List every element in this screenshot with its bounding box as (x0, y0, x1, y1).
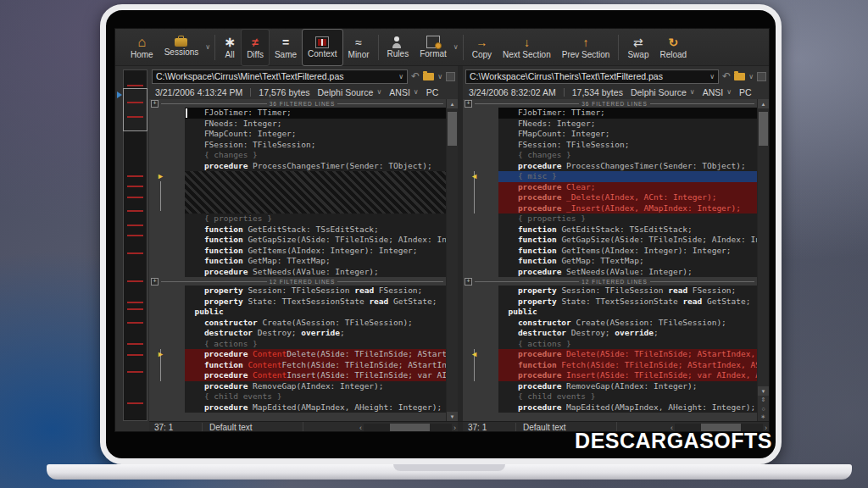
scroll-left-button[interactable]: ‹ (358, 424, 364, 432)
left-vertical-scrollbar[interactable]: ▲ ▼ (446, 99, 458, 421)
left-code-content[interactable]: +36 FILTERED LINES FJobTimer: TTimer; FN… (149, 99, 446, 421)
left-code-pane[interactable]: +36 FILTERED LINES FJobTimer: TTimer; FN… (149, 99, 458, 421)
chevron-down-icon[interactable]: ∨ (205, 43, 210, 51)
scrollbar-extra-icon[interactable]: ○ (761, 404, 765, 413)
code-line-text[interactable]: { misc } (498, 171, 757, 182)
expand-plus-icon[interactable]: + (151, 278, 159, 286)
code-line-text[interactable]: property State: TTextSessionState read G… (185, 297, 446, 308)
undo-icon[interactable]: ↶ (722, 72, 731, 80)
right-path-combo[interactable]: C:\Workspace\Cirrus\Theirs\Text\TextFilt… (465, 69, 719, 84)
code-line-text[interactable]: public (498, 307, 757, 318)
section-arrow-icon[interactable]: ◄ (470, 350, 478, 358)
code-line-text[interactable]: destructor Destroy; override; (185, 328, 446, 339)
code-line-text[interactable]: FSession: TFileSession; (498, 140, 757, 151)
code-line-text[interactable]: function GetMap: TTextMap; (185, 256, 446, 267)
code-line-text[interactable]: procedure MapEdited(AMapIndex, AHeight: … (185, 402, 446, 413)
code-line-text[interactable]: FMapCount: Integer; (498, 129, 757, 140)
scrollbar-track[interactable] (758, 108, 769, 386)
toolbar-button-sessions[interactable]: Sessions (159, 30, 204, 65)
code-line-text[interactable]: procedure _Delete(AIndex, ACnt: Integer)… (498, 192, 757, 203)
right-format-select[interactable]: Delphi Source ∨ (631, 87, 695, 97)
right-encoding-select[interactable]: ANSI ∨ (703, 87, 732, 97)
save-icon[interactable] (757, 72, 766, 81)
toolbar-button-same[interactable]: =Same (270, 30, 302, 65)
code-line-text[interactable]: function GetEditStack: TSsEditStack; (498, 225, 757, 236)
expand-plus-icon[interactable]: + (465, 278, 472, 286)
toolbar-button-all[interactable]: ∗All (219, 30, 241, 65)
code-line-text[interactable]: destructor Destroy; override; (498, 328, 757, 339)
section-arrow-icon[interactable]: ► (157, 350, 164, 358)
left-horizontal-scrollbar[interactable]: ‹ › (358, 422, 458, 432)
expand-plus-icon[interactable]: + (465, 100, 472, 108)
code-line-text[interactable]: property Session: TFileSession read FSes… (185, 286, 446, 297)
code-line-text[interactable]: procedure ProcessChangesTimer(Sender: TO… (498, 161, 757, 172)
scroll-up-button[interactable]: ▲ (758, 99, 769, 108)
code-line-text[interactable]: FJobTimer: TTimer; (185, 108, 446, 119)
scrollbar-extra-icon[interactable]: ⇕ (761, 396, 766, 404)
code-line-text[interactable]: function Fetch(ASide: TFileInSide; AStar… (498, 360, 757, 371)
code-line-text[interactable]: FSession: TFileSession; (185, 140, 446, 151)
code-line-text[interactable]: procedure Delete(ASide: TFileInSide; ASt… (498, 349, 757, 360)
chevron-down-icon[interactable]: ∨ (748, 73, 754, 80)
scroll-down-button[interactable]: ▼ (758, 386, 769, 396)
code-line-text[interactable]: { actions } (185, 339, 446, 350)
chevron-down-icon[interactable]: ∨ (437, 73, 442, 80)
toolbar-button-context[interactable]: Context (303, 30, 342, 65)
code-line-text[interactable]: function GetItems(AIndex: Integer): Inte… (185, 246, 446, 257)
scrollbar-thumb[interactable] (390, 424, 430, 431)
scrollbar-thumb[interactable] (448, 112, 457, 146)
code-line-text[interactable]: procedure _Insert(AIndex, AMapIndex: Int… (498, 203, 757, 214)
undo-icon[interactable]: ↶ (411, 72, 420, 80)
code-line-text[interactable]: property State: TTextSessionState read G… (498, 297, 757, 308)
right-vertical-scrollbar[interactable]: ▲ ▼ ⇕ ○ ∗ (757, 99, 769, 421)
chevron-down-icon[interactable]: ∨ (453, 43, 459, 51)
toolbar-button-format[interactable]: Format (415, 30, 452, 65)
code-line-text[interactable]: property Session: TFileSession read FSes… (498, 286, 757, 297)
chevron-down-icon[interactable]: ∨ (706, 73, 715, 80)
code-line-text[interactable]: procedure MapEdited(AMapIndex, AHeight: … (498, 402, 757, 413)
section-arrow-icon[interactable]: ► (157, 172, 164, 180)
code-line-text[interactable]: procedure RemoveGap(AIndex: Integer); (498, 381, 757, 392)
toolbar-button-rules[interactable]: Rules (382, 30, 415, 65)
toolbar-button-copy[interactable]: →Copy (467, 30, 497, 65)
toolbar-button-swap[interactable]: ⇄Swap (622, 30, 654, 65)
scrollbar-thumb[interactable] (759, 112, 768, 146)
code-line-text[interactable]: procedure Clear; (498, 182, 757, 193)
code-line-text[interactable]: procedure RemoveGap(AIndex: Integer); (185, 381, 446, 392)
diff-overview-minimap[interactable] (123, 69, 147, 421)
scroll-down-button[interactable]: ▼ (447, 412, 458, 421)
scrollbar-track[interactable] (447, 108, 458, 412)
code-line-text[interactable]: FNeeds: Integer; (498, 119, 757, 130)
open-folder-icon[interactable] (423, 73, 434, 80)
chevron-down-icon[interactable]: ∨ (395, 73, 403, 80)
scroll-right-button[interactable]: › (452, 424, 458, 432)
section-arrow-icon[interactable]: ◄ (470, 172, 478, 180)
code-line-text[interactable]: function GetGapSize(ASide: TFileInSide; … (185, 235, 446, 246)
code-line-text[interactable]: procedure ContentInsert(ASide: TFileInSi… (185, 370, 446, 381)
scrollbar-track[interactable] (364, 424, 452, 431)
toolbar-button-minor[interactable]: ≈Minor (343, 30, 375, 65)
code-line-text[interactable]: FMapCount: Integer; (185, 129, 446, 140)
code-line-text[interactable]: function ContentFetch(ASide: TFileInSide… (185, 360, 446, 371)
expand-plus-icon[interactable]: + (151, 100, 159, 108)
left-path-combo[interactable]: C:\Workspace\Cirrus\Mine\Text\TextFilter… (152, 69, 408, 84)
right-code-pane[interactable]: +36 FILTERED LINES FJobTimer: TTimer; FN… (463, 99, 769, 421)
toolbar-button-diffs[interactable]: ≠Diffs (242, 30, 269, 65)
right-code-content[interactable]: +36 FILTERED LINES FJobTimer: TTimer; FN… (463, 99, 757, 421)
code-line-text[interactable]: function GetEditStack: TSsEditStack; (185, 225, 446, 236)
left-format-select[interactable]: Delphi Source ∨ (317, 87, 381, 97)
code-line-text[interactable]: { child events } (498, 391, 757, 402)
code-line-text[interactable]: function GetGapSize(ASide: TFileInSide; … (498, 235, 757, 246)
code-line-text[interactable]: { properties } (498, 214, 757, 225)
code-line-text[interactable]: function GetItems(AIndex: Integer): Inte… (498, 246, 757, 257)
code-line-text[interactable]: public (185, 307, 446, 318)
code-line-text[interactable]: { changes } (185, 150, 446, 161)
code-line-text[interactable]: FJobTimer: TTimer; (498, 108, 757, 119)
code-line-text[interactable]: { actions } (498, 339, 757, 350)
code-line-text[interactable]: function GetMap: TTextMap; (498, 256, 757, 267)
code-line-text[interactable]: FNeeds: Integer; (185, 119, 446, 130)
open-folder-icon[interactable] (734, 73, 745, 80)
code-line-text[interactable]: { properties } (185, 214, 446, 225)
scrollbar-extra-icon[interactable]: ∗ (761, 413, 766, 421)
code-line-text[interactable]: procedure ProcessChangesTimer(Sender: TO… (185, 161, 446, 172)
